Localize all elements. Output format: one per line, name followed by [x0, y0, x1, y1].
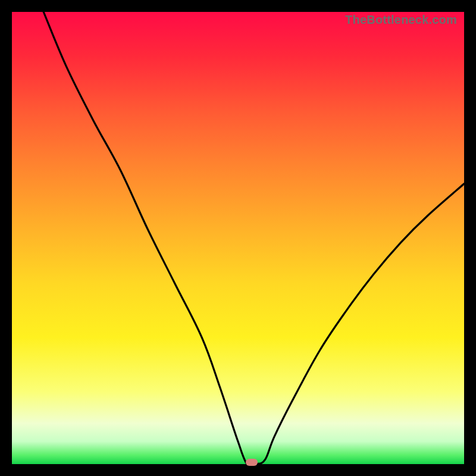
- chart-frame: TheBottleneck.com: [0, 0, 476, 476]
- min-marker: [246, 459, 258, 466]
- plot-area: TheBottleneck.com: [12, 12, 464, 464]
- curve-svg: [12, 12, 464, 464]
- bottleneck-curve: [43, 12, 464, 464]
